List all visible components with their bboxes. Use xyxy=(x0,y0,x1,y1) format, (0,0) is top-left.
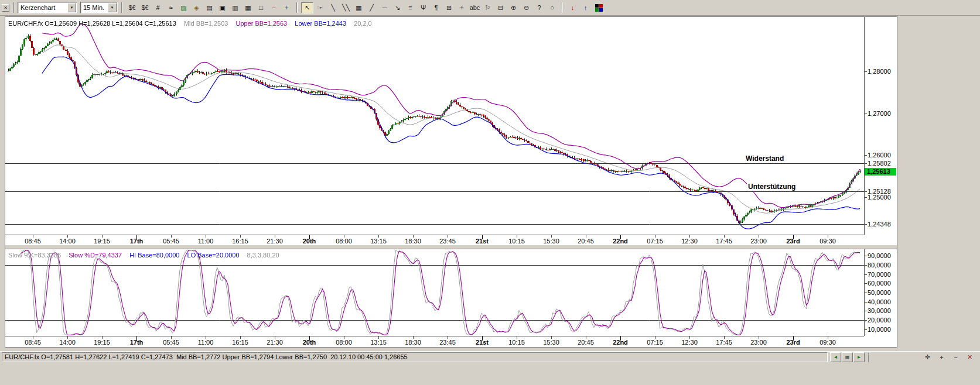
remove-series-icon[interactable]: − xyxy=(268,2,280,13)
arrow-annotation-icon[interactable]: ↘ xyxy=(391,2,404,13)
icon-glyph: − xyxy=(272,5,275,11)
palette-icon[interactable] xyxy=(593,2,605,13)
abc-label-icon[interactable]: abc xyxy=(469,2,481,13)
trading-application: ✕ Kerzenchart ▼ 15 Min. ▼ $€$€#≈▨◈▤▣▥▦□−… xyxy=(0,0,980,385)
diamond-tool-icon[interactable]: ◈ xyxy=(190,2,203,13)
color-swatches xyxy=(595,4,603,12)
layout-icon[interactable]: ▣ xyxy=(216,2,228,13)
ellipse-tool-icon[interactable]: ○ xyxy=(546,2,558,13)
chart-type-select[interactable]: Kerzenchart ▼ xyxy=(18,2,77,13)
time-axis-label: 08:45 xyxy=(25,339,41,346)
stoch-axis-label: 30,0000 xyxy=(868,307,891,314)
chart-window: EUR/CHF.fx O=1,25609 H=1,25628 L=1,25604… xyxy=(5,16,897,348)
zoom-out-button[interactable]: − xyxy=(951,352,961,362)
add-series-icon[interactable]: + xyxy=(281,2,293,13)
copy-chart-icon[interactable]: ▥ xyxy=(229,2,241,13)
time-axis-label: 15:30 xyxy=(543,238,559,245)
timeframe-select[interactable]: 15 Min. ▼ xyxy=(80,2,118,13)
time-axis-label: 19:15 xyxy=(94,238,110,245)
area-chart-icon[interactable]: ▨ xyxy=(177,2,190,13)
new-chart-icon[interactable]: □ xyxy=(255,2,267,13)
stoch-axis-label: 50,0000 xyxy=(868,289,891,296)
icon-glyph: # xyxy=(156,5,159,11)
time-axis-label: 16:15 xyxy=(232,238,248,245)
chart-grid-icon[interactable]: ▦ xyxy=(242,2,254,13)
horizontal-line-icon[interactable]: ─ xyxy=(378,2,391,13)
pane-splitter[interactable] xyxy=(5,245,897,249)
page-next-button[interactable]: ► xyxy=(853,352,865,362)
support-label[interactable]: Unterstützung xyxy=(747,183,797,191)
toolbar-close-icon[interactable]: ✕ xyxy=(2,4,9,12)
icon-glyph: ≡ xyxy=(408,5,412,11)
page-navigation: ◄▦► xyxy=(830,352,865,362)
icon-glyph: ► xyxy=(857,355,862,360)
icon-glyph: ↖ xyxy=(305,5,310,11)
resistance-label[interactable]: Widerstand xyxy=(745,154,785,163)
time-axis-label: 12:30 xyxy=(681,339,698,346)
crosshair-button[interactable]: ✛ xyxy=(923,352,933,362)
stoch-axis-label: 40,0000 xyxy=(868,298,891,305)
grid-lines-icon[interactable]: ⊞ xyxy=(443,2,455,13)
main-chart-canvas[interactable] xyxy=(5,17,864,235)
time-axis-label: 20:45 xyxy=(578,238,594,245)
time-axis-label: 12:30 xyxy=(681,238,698,245)
price-axis-label: 1,26000 xyxy=(868,152,891,159)
lower-bb-readout: Lower BB=1,2443 xyxy=(295,20,346,27)
instrument-change-icon[interactable]: $€ xyxy=(139,2,151,13)
status-bar: EUR/CHF.fx O=1,27581 H=1,27622 L=1,27419… xyxy=(0,351,980,363)
parallel-lines-icon[interactable]: ╲╲ xyxy=(340,2,352,13)
toolbar-separator xyxy=(296,2,298,13)
chevron-down-icon[interactable]: ▼ xyxy=(67,3,76,12)
calculator-icon[interactable]: ⊟ xyxy=(494,2,507,13)
zoom-in-icon[interactable]: ⊕ xyxy=(507,2,520,13)
icon-glyph: ✛ xyxy=(925,353,930,361)
watchlist-grid-icon[interactable]: # xyxy=(152,2,164,13)
trendline-down-icon[interactable]: ╲ xyxy=(327,2,339,13)
grid-tool-icon[interactable]: ▦ xyxy=(353,2,365,13)
icon-glyph: ╱ xyxy=(370,5,374,11)
toolbar-grip[interactable] xyxy=(12,2,14,13)
slow-k-readout: Slow %K=83,3386 xyxy=(8,252,61,259)
buy-arrow-icon[interactable]: ↑ xyxy=(579,2,592,13)
cursor-select-icon[interactable]: ↖ xyxy=(301,2,313,13)
pitchfork-icon[interactable]: Ψ xyxy=(417,2,429,13)
help-icon[interactable]: ? xyxy=(533,2,545,13)
time-axis-label: 07:15 xyxy=(647,339,663,346)
zigzag-indicator-icon[interactable]: ≈ xyxy=(165,2,177,13)
icon-glyph: abc xyxy=(470,5,480,11)
icon-glyph: ⊟ xyxy=(498,5,503,11)
print-icon[interactable]: ▤ xyxy=(203,2,216,13)
icon-glyph: + xyxy=(460,5,463,11)
stochastic-canvas[interactable] xyxy=(5,249,864,336)
icon-glyph: ✕ xyxy=(967,353,972,361)
page-overview-button[interactable]: ▦ xyxy=(842,352,853,362)
icon-glyph: ╲╲ xyxy=(342,5,350,11)
fibonacci-icon[interactable]: ≡ xyxy=(404,2,416,13)
time-axis-label: 20:45 xyxy=(578,339,594,346)
text-note-icon[interactable]: ¶ xyxy=(430,2,442,13)
icon-glyph: ▦ xyxy=(845,355,850,360)
zoom-in-button[interactable]: + xyxy=(937,352,947,362)
chevron-down-icon[interactable]: ▼ xyxy=(108,3,117,12)
trendline-up-icon[interactable]: ╱ xyxy=(366,2,378,13)
time-axis-label: 21:30 xyxy=(267,339,283,346)
alert-icon[interactable]: ⚐ xyxy=(482,2,494,13)
icon-glyph: Ψ xyxy=(421,5,426,11)
time-axis-label: 23rd xyxy=(786,238,800,245)
icon-glyph: $€ xyxy=(128,5,135,11)
crosshair-icon[interactable]: + xyxy=(456,2,468,13)
chart-tools: ✛+−✕ xyxy=(923,352,975,362)
level-price-label: 1,24348 xyxy=(868,221,891,228)
zoom-out-icon[interactable]: ⊖ xyxy=(520,2,532,13)
toolbar-separator xyxy=(121,2,122,13)
hand-pan-icon[interactable]: ☞ xyxy=(314,2,326,13)
page-prev-button[interactable]: ◄ xyxy=(830,352,841,362)
time-axis-label: 16:15 xyxy=(232,339,248,346)
time-axis-label: 23:00 xyxy=(750,339,767,346)
toolbar-group-signals: ↓↑ xyxy=(566,2,592,13)
time-axis-label: 17th xyxy=(130,339,144,346)
icon-glyph: ╲ xyxy=(331,5,335,11)
delete-drawing-button[interactable]: ✕ xyxy=(965,352,975,362)
sell-arrow-icon[interactable]: ↓ xyxy=(566,2,579,13)
instrument-dollar-euro-icon[interactable]: $€ xyxy=(126,2,138,13)
